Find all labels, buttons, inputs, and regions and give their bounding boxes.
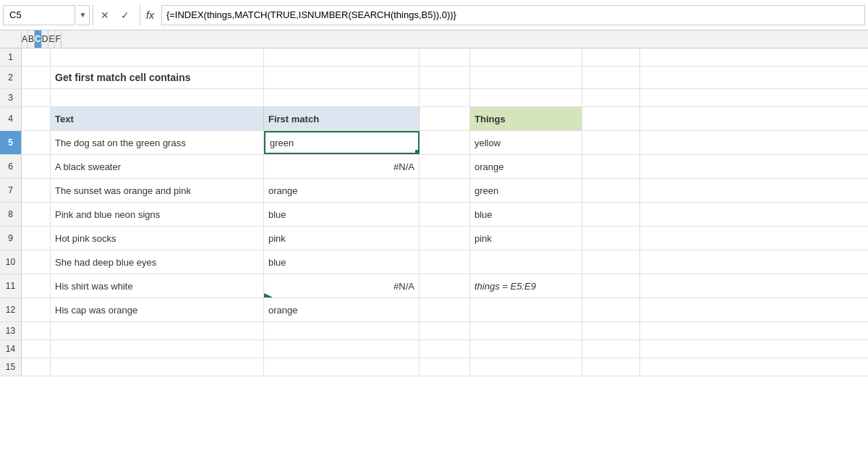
cell-f15[interactable] bbox=[582, 358, 640, 376]
cell-f1[interactable] bbox=[582, 48, 640, 66]
cell-b6[interactable]: A black sweater bbox=[51, 155, 264, 178]
cell-a4[interactable] bbox=[22, 107, 51, 130]
cell-d13[interactable] bbox=[420, 322, 470, 339]
cell-c6[interactable]: #N/A bbox=[264, 155, 420, 178]
cell-e7[interactable]: green bbox=[470, 179, 582, 202]
cell-a2[interactable] bbox=[22, 67, 51, 88]
cell-a5[interactable] bbox=[22, 131, 51, 154]
cell-d3[interactable] bbox=[420, 89, 470, 106]
cell-b11[interactable]: His shirt was white bbox=[51, 274, 264, 297]
cell-e5[interactable]: yellow bbox=[470, 131, 582, 154]
cell-d5[interactable] bbox=[420, 131, 470, 154]
row-header-4[interactable]: 4 bbox=[0, 107, 22, 130]
cell-c12[interactable]: orange bbox=[264, 298, 420, 321]
row-header-12[interactable]: 12 bbox=[0, 298, 22, 321]
cell-b8[interactable]: Pink and blue neon signs bbox=[51, 203, 264, 226]
col-header-c[interactable]: C bbox=[35, 30, 42, 48]
col-header-a[interactable]: A bbox=[22, 30, 28, 48]
row-header-15[interactable]: 15 bbox=[0, 358, 22, 376]
confirm-icon[interactable]: ✓ bbox=[116, 7, 134, 24]
cell-a6[interactable] bbox=[22, 155, 51, 178]
cell-c7[interactable]: orange bbox=[264, 179, 420, 202]
col-header-f[interactable]: F bbox=[55, 30, 61, 48]
row-header-5[interactable]: 5 bbox=[0, 131, 22, 154]
cell-e2[interactable] bbox=[470, 67, 582, 88]
cell-f5[interactable] bbox=[582, 131, 640, 154]
cell-c11[interactable]: #N/A bbox=[264, 274, 420, 297]
cell-e9[interactable]: pink bbox=[470, 227, 582, 250]
cell-c10[interactable]: blue bbox=[264, 250, 420, 274]
cell-d14[interactable] bbox=[420, 340, 470, 358]
cell-a8[interactable] bbox=[22, 203, 51, 226]
cell-d2[interactable] bbox=[420, 67, 470, 88]
cell-d8[interactable] bbox=[420, 203, 470, 226]
cell-e13[interactable] bbox=[470, 322, 582, 339]
col-header-b[interactable]: B bbox=[28, 30, 35, 48]
cell-c9[interactable]: pink bbox=[264, 227, 420, 250]
cell-b15[interactable] bbox=[51, 358, 264, 376]
cell-a7[interactable] bbox=[22, 179, 51, 202]
cell-a13[interactable] bbox=[22, 322, 51, 339]
cell-f8[interactable] bbox=[582, 203, 640, 226]
cell-f10[interactable] bbox=[582, 250, 640, 274]
cell-b1[interactable] bbox=[51, 48, 264, 66]
cell-d9[interactable] bbox=[420, 227, 470, 250]
cell-a12[interactable] bbox=[22, 298, 51, 321]
cell-a1[interactable] bbox=[22, 48, 51, 66]
cell-e11-note[interactable]: things = E5:E9 bbox=[470, 274, 582, 297]
col-header-d[interactable]: D bbox=[42, 30, 49, 48]
cell-c3[interactable] bbox=[264, 89, 420, 106]
cell-f6[interactable] bbox=[582, 155, 640, 178]
cell-b3[interactable] bbox=[51, 89, 264, 106]
cell-b13[interactable] bbox=[51, 322, 264, 339]
cell-f13[interactable] bbox=[582, 322, 640, 339]
cell-f4[interactable] bbox=[582, 107, 640, 130]
cell-c15[interactable] bbox=[264, 358, 420, 376]
cell-d4[interactable] bbox=[420, 107, 470, 130]
cell-f14[interactable] bbox=[582, 340, 640, 358]
formula-input[interactable] bbox=[161, 5, 865, 25]
row-header-10[interactable]: 10 bbox=[0, 250, 22, 274]
cell-c5-selected[interactable]: green bbox=[264, 131, 420, 154]
cancel-icon[interactable]: ✕ bbox=[96, 7, 114, 24]
cell-e6[interactable]: orange bbox=[470, 155, 582, 178]
cell-d15[interactable] bbox=[420, 358, 470, 376]
cell-a14[interactable] bbox=[22, 340, 51, 358]
col-header-e[interactable]: E bbox=[48, 30, 55, 48]
cell-d11[interactable] bbox=[420, 274, 470, 297]
cell-b5[interactable]: The dog sat on the green grass bbox=[51, 131, 264, 154]
row-header-1[interactable]: 1 bbox=[0, 48, 22, 66]
cell-d6[interactable] bbox=[420, 155, 470, 178]
cell-reference-box[interactable]: C5 bbox=[3, 5, 75, 25]
cell-f7[interactable] bbox=[582, 179, 640, 202]
cell-d12[interactable] bbox=[420, 298, 470, 321]
cell-b2[interactable]: Get first match cell contains bbox=[51, 67, 264, 88]
cell-b10[interactable]: She had deep blue eyes bbox=[51, 250, 264, 274]
cell-c2[interactable] bbox=[264, 67, 420, 88]
row-header-3[interactable]: 3 bbox=[0, 89, 22, 106]
cell-a9[interactable] bbox=[22, 227, 51, 250]
cell-f3[interactable] bbox=[582, 89, 640, 106]
cell-e8[interactable]: blue bbox=[470, 203, 582, 226]
cell-a10[interactable] bbox=[22, 250, 51, 274]
cell-a15[interactable] bbox=[22, 358, 51, 376]
row-header-11[interactable]: 11 bbox=[0, 274, 22, 297]
cell-a11[interactable] bbox=[22, 274, 51, 297]
cell-c14[interactable] bbox=[264, 340, 420, 358]
cell-b14[interactable] bbox=[51, 340, 264, 358]
cell-d1[interactable] bbox=[420, 48, 470, 66]
row-header-8[interactable]: 8 bbox=[0, 203, 22, 226]
cell-d7[interactable] bbox=[420, 179, 470, 202]
cell-e3[interactable] bbox=[470, 89, 582, 106]
cell-c1[interactable] bbox=[264, 48, 420, 66]
row-header-2[interactable]: 2 bbox=[0, 67, 22, 88]
cell-b9[interactable]: Hot pink socks bbox=[51, 227, 264, 250]
cell-b7[interactable]: The sunset was orange and pink bbox=[51, 179, 264, 202]
cell-c8[interactable]: blue bbox=[264, 203, 420, 226]
cell-e12[interactable] bbox=[470, 298, 582, 321]
cell-b12[interactable]: His cap was orange bbox=[51, 298, 264, 321]
row-header-9[interactable]: 9 bbox=[0, 227, 22, 250]
fill-handle[interactable] bbox=[415, 150, 420, 154]
cell-c13[interactable] bbox=[264, 322, 420, 339]
cell-a3[interactable] bbox=[22, 89, 51, 106]
